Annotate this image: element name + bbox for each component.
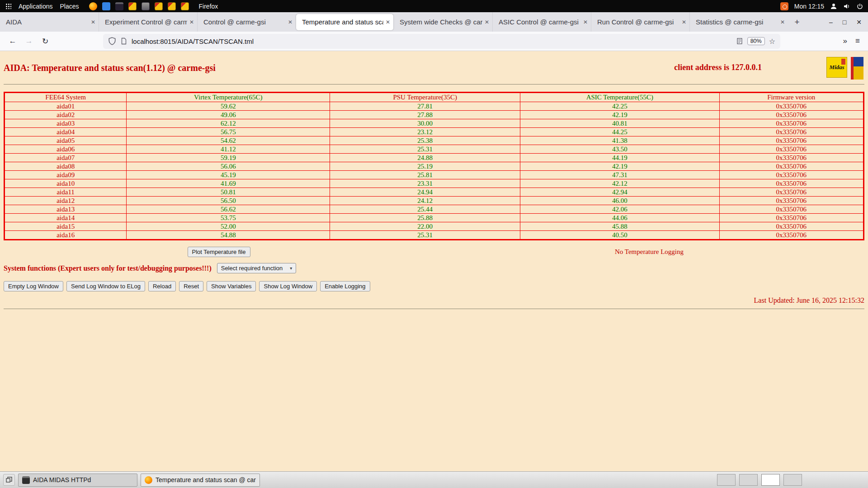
applications-menu[interactable]: Applications <box>19 3 53 10</box>
files-launcher-icon[interactable] <box>102 2 110 10</box>
browser-tab[interactable]: Statistics @ carme-gsi✕ <box>689 12 788 32</box>
cell-asic: 40.50 <box>520 231 719 240</box>
cell-virtex: 50.81 <box>127 188 330 197</box>
midas-launcher-icon[interactable] <box>155 2 163 10</box>
shield-icon[interactable] <box>108 37 116 45</box>
places-menu[interactable]: Places <box>60 3 79 10</box>
tab-title: Run Control @ carme-gsi <box>597 18 679 26</box>
tab-title: AIDA <box>6 18 89 26</box>
reader-mode-icon[interactable] <box>736 38 743 45</box>
cell-asic: 46.00 <box>520 197 719 205</box>
browser-tab[interactable]: Run Control @ carme-gsi✕ <box>591 12 689 32</box>
terminal-launcher-icon[interactable] <box>115 2 123 10</box>
minimize-button[interactable]: – <box>829 19 833 26</box>
tab-close-icon[interactable]: ✕ <box>189 19 194 25</box>
divider <box>4 309 864 309</box>
cell-firmware: 0x3350706 <box>719 128 863 136</box>
browser-tab[interactable]: ASIC Control @ carme-gsi✕ <box>492 12 591 32</box>
close-button[interactable]: ✕ <box>856 19 862 26</box>
cell-asic: 44.19 <box>520 154 719 162</box>
desktop: Applications Places Firefox Mon 12:15 AI… <box>0 0 868 488</box>
tab-close-icon[interactable]: ✕ <box>583 19 588 25</box>
cell-firmware: 0x3350706 <box>719 111 863 119</box>
cell-firmware: 0x3350706 <box>719 214 863 222</box>
back-icon[interactable]: ← <box>5 34 20 48</box>
url-text[interactable]: localhost:8015/AIDA/TSCAN/TSCAN.tml <box>132 38 732 45</box>
zoom-level-chip[interactable]: 80% <box>747 37 765 45</box>
midas-launcher-icon[interactable] <box>128 2 137 10</box>
power-icon[interactable] <box>856 3 863 10</box>
plot-row: Plot Temperature file No Temperature Log… <box>4 247 864 257</box>
workspace-box[interactable] <box>717 474 736 486</box>
tab-close-icon[interactable]: ✕ <box>91 19 95 25</box>
table-row: aida0641.1225.3143.500x3350706 <box>5 145 864 154</box>
cell-virtex: 45.19 <box>127 171 330 179</box>
tab-close-icon[interactable]: ✕ <box>682 19 686 25</box>
cell-system: aida15 <box>5 222 127 231</box>
function-select[interactable]: Select required function ▾ <box>217 263 297 273</box>
browser-tab[interactable]: System wide Checks @ carme-gsi✕ <box>394 12 492 32</box>
table-row: aida1150.8124.9442.940x3350706 <box>5 188 864 197</box>
browser-tab[interactable]: AIDA✕ <box>0 12 99 32</box>
menu-grid-icon[interactable] <box>5 3 11 9</box>
action-button[interactable]: Show Variables <box>207 281 256 291</box>
action-button[interactable]: Empty Log Window <box>4 281 63 291</box>
active-app-name[interactable]: Firefox <box>199 3 218 10</box>
screen-record-icon[interactable] <box>780 2 788 10</box>
forward-icon[interactable]: → <box>22 34 36 48</box>
action-button[interactable]: Show Log Window <box>259 281 317 291</box>
cell-firmware: 0x3350706 <box>719 162 863 171</box>
tab-close-icon[interactable]: ✕ <box>386 19 390 25</box>
overflow-menu-icon[interactable]: » <box>843 37 847 46</box>
workspace-box[interactable] <box>739 474 758 486</box>
cell-virtex: 52.00 <box>127 222 330 231</box>
app-launcher-icon[interactable] <box>142 2 150 10</box>
task-list: AIDA MIDAS HTTPdTemperature and status s… <box>18 474 260 487</box>
action-button[interactable]: Reload <box>148 281 176 291</box>
browser-tab[interactable]: Temperature and status scan @ carme-gsi✕ <box>296 14 393 30</box>
tab-title: Experiment Control @ carme-gsi <box>105 18 187 26</box>
table-body: aida0159.6227.8142.250x3350706aida0249.0… <box>5 102 864 240</box>
cell-firmware: 0x3350706 <box>719 145 863 154</box>
taskbar-task[interactable]: AIDA MIDAS HTTPd <box>18 474 137 487</box>
cell-asic: 42.25 <box>520 102 719 111</box>
show-desktop-button[interactable] <box>3 474 15 486</box>
user-icon[interactable] <box>830 3 837 10</box>
url-bar[interactable]: localhost:8015/AIDA/TSCAN/TSCAN.tml 80% … <box>103 34 780 49</box>
clock[interactable]: Mon 12:15 <box>794 3 824 10</box>
action-button[interactable]: Send Log Window to ELog <box>66 281 145 291</box>
workspace-box[interactable] <box>761 474 780 486</box>
tab-close-icon[interactable]: ✕ <box>485 19 489 25</box>
column-header: Virtex Temperature(65C) <box>127 93 330 102</box>
volume-icon[interactable] <box>843 3 850 10</box>
cell-virtex: 53.75 <box>127 214 330 222</box>
cell-firmware: 0x3350706 <box>719 197 863 205</box>
browser-tab[interactable]: Experiment Control @ carme-gsi✕ <box>99 12 197 32</box>
reload-icon[interactable]: ↻ <box>38 34 52 48</box>
bookmark-star-icon[interactable]: ☆ <box>769 37 775 46</box>
page-info-icon[interactable] <box>120 38 127 45</box>
cell-virtex: 56.75 <box>127 128 330 136</box>
cell-firmware: 0x3350706 <box>719 102 863 111</box>
cell-virtex: 56.62 <box>127 205 330 214</box>
tab-close-icon[interactable]: ✕ <box>288 19 292 25</box>
hamburger-menu-icon[interactable]: ≡ <box>855 37 860 46</box>
taskbar-task[interactable]: Temperature and status scan @ car... <box>141 474 260 487</box>
midas-launcher-icon[interactable] <box>181 2 189 10</box>
maximize-button[interactable]: □ <box>843 19 846 26</box>
cell-psu: 25.44 <box>330 205 520 214</box>
cell-firmware: 0x3350706 <box>719 222 863 231</box>
action-button[interactable]: Enable Logging <box>320 281 370 291</box>
cell-system: aida11 <box>5 188 127 197</box>
new-tab-button[interactable]: + <box>790 15 804 29</box>
firefox-launcher-icon[interactable] <box>89 2 97 10</box>
action-button[interactable]: Reset <box>179 281 203 291</box>
cell-asic: 47.31 <box>520 171 719 179</box>
workspace-box[interactable] <box>783 474 802 486</box>
midas-launcher-icon[interactable] <box>168 2 176 10</box>
cell-firmware: 0x3350706 <box>719 188 863 197</box>
status-area: Mon 12:15 <box>780 2 863 10</box>
tab-close-icon[interactable]: ✕ <box>780 19 785 25</box>
plot-temperature-button[interactable]: Plot Temperature file <box>188 247 250 257</box>
browser-tab[interactable]: Control @ carme-gsi✕ <box>197 12 296 32</box>
